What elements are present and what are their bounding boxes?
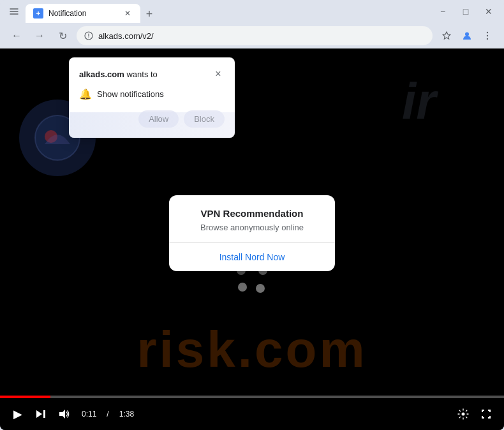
maximize-button[interactable]: □ (456, 4, 476, 19)
volume-button[interactable] (56, 406, 71, 422)
notification-popup: alkads.com wants to × 🔔 Show notificatio… (69, 57, 235, 138)
svg-point-3 (487, 32, 488, 33)
user-icon (462, 31, 472, 41)
refresh-button[interactable]: ↻ (54, 27, 71, 45)
vpn-card: VPN Recommendation Browse anonymously on… (169, 195, 335, 271)
tab-title: Notification (48, 9, 86, 18)
window-controls: − □ ✕ (433, 4, 499, 19)
svg-point-7 (45, 130, 57, 143)
menu-button[interactable] (478, 27, 496, 45)
forward-button[interactable]: → (31, 27, 48, 45)
time-separator: / (107, 410, 108, 419)
spinner-dot-4 (238, 283, 247, 292)
time-total: 1:38 (119, 410, 134, 419)
vpn-subtitle: Browse anonymously online (182, 223, 322, 232)
security-icon (84, 31, 93, 40)
popup-bg (69, 112, 235, 138)
tab-close-button[interactable]: ✕ (122, 8, 133, 19)
svg-marker-11 (59, 410, 65, 419)
kebab-menu-icon (482, 31, 493, 41)
skip-button[interactable] (33, 406, 48, 422)
active-tab[interactable]: Notification ✕ (26, 4, 140, 23)
fullscreen-button[interactable] (478, 406, 494, 422)
bookmark-button[interactable] (438, 27, 456, 45)
profile-button[interactable] (458, 27, 476, 45)
url-text: alkads.com/v2/ (98, 31, 154, 41)
popup-permission-row: 🔔 Show notifications (79, 88, 225, 100)
svg-marker-9 (36, 410, 42, 418)
chrome-menu-button[interactable] (5, 3, 23, 20)
popup-close-button[interactable]: × (212, 68, 225, 80)
svg-point-12 (462, 413, 465, 416)
bell-icon: 🔔 (79, 88, 92, 100)
settings-button[interactable] (456, 406, 471, 422)
tab-strip: Notification ✕ + (26, 0, 430, 23)
watermark-text: risk.com (0, 320, 504, 379)
svg-text:ir: ir (402, 73, 438, 130)
video-controls: ▶ 0:11 / 1:38 (0, 398, 504, 430)
skip-icon (35, 408, 47, 420)
svg-point-4 (487, 35, 488, 36)
svg-rect-10 (43, 410, 45, 418)
spinner-dot-3 (256, 284, 265, 293)
vpn-title: VPN Recommendation (182, 208, 322, 219)
watermark-logo-text: ir (402, 68, 491, 142)
address-input[interactable]: alkads.com/v2/ (77, 26, 433, 45)
minimize-button[interactable]: − (433, 4, 453, 19)
new-tab-button[interactable]: + (140, 5, 158, 23)
back-button[interactable]: ← (8, 27, 26, 45)
star-icon (441, 31, 452, 41)
svg-point-5 (487, 38, 488, 40)
popup-header: alkads.com wants to × (79, 68, 225, 80)
popup-title: alkads.com wants to (79, 70, 158, 79)
fullscreen-icon (480, 408, 492, 420)
page-content: ir risk.com alkads.com wants to × 🔔 Show… (0, 48, 504, 430)
close-button[interactable]: ✕ (478, 4, 499, 19)
title-bar-left (5, 3, 23, 20)
time-current: 0:11 (82, 410, 96, 419)
address-bar: ← → ↻ alkads.com/v2/ (0, 23, 504, 48)
volume-icon (58, 408, 70, 420)
title-bar: Notification ✕ + − □ ✕ (0, 0, 504, 23)
play-button[interactable]: ▶ (10, 406, 26, 422)
settings-icon (457, 408, 469, 420)
vpn-card-content: VPN Recommendation Browse anonymously on… (169, 195, 335, 242)
tab-favicon (33, 8, 43, 19)
popup-permission-text: Show notifications (97, 89, 164, 99)
vpn-cta-link[interactable]: Install Nord Now (169, 243, 335, 271)
browser-window: Notification ✕ + − □ ✕ ← → ↻ alkads.com/… (0, 0, 504, 430)
address-actions (438, 27, 496, 45)
svg-point-2 (465, 33, 469, 36)
popup-site: alkads.com (79, 70, 124, 79)
